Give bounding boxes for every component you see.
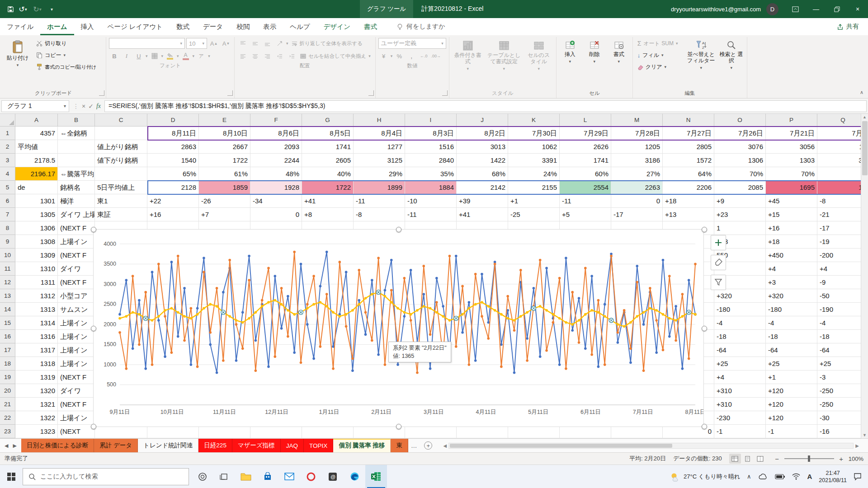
- cell-E1[interactable]: 8月10日: [199, 127, 250, 140]
- insert-function-icon[interactable]: fx: [96, 103, 101, 110]
- cell-J7[interactable]: +41: [457, 208, 508, 221]
- cell-A5[interactable]: de: [15, 181, 58, 194]
- mail-client-button[interactable]: @: [322, 465, 344, 488]
- chart-resize-handle-7[interactable]: [702, 424, 707, 429]
- cell-A6[interactable]: 1301: [15, 194, 58, 208]
- share-button[interactable]: 共有: [837, 23, 859, 31]
- format-cells-button[interactable]: 書式▾: [608, 38, 630, 66]
- cell-O23[interactable]: -1: [714, 425, 766, 438]
- cell-B22[interactable]: 上場イン: [58, 411, 95, 425]
- column-header-D[interactable]: D: [147, 114, 199, 127]
- row-number-2[interactable]: 2: [0, 140, 15, 154]
- cell-A1[interactable]: 4357: [15, 127, 58, 140]
- cell-J6[interactable]: +39: [457, 194, 508, 208]
- cell-B2[interactable]: [58, 140, 95, 154]
- cell-A22[interactable]: 1322: [15, 411, 58, 425]
- ribbon-tab-挿入[interactable]: 挿入: [74, 18, 101, 35]
- cell-B20[interactable]: ダイワ: [58, 384, 95, 398]
- fill-button[interactable]: ↓フィル▾: [636, 50, 684, 61]
- hscroll-left-icon[interactable]: ◀: [443, 443, 447, 448]
- borders-icon[interactable]: [149, 51, 160, 61]
- cell-A3[interactable]: 2178.5: [15, 154, 58, 167]
- cell-P9[interactable]: +18: [766, 235, 817, 249]
- cell-I4[interactable]: 35%: [405, 167, 457, 181]
- column-header-I[interactable]: I: [405, 114, 457, 127]
- cell-B4[interactable]: ⇔騰落平均: [58, 167, 95, 181]
- font-color-icon[interactable]: A: [180, 51, 191, 61]
- cell-J3[interactable]: 1422: [457, 154, 508, 167]
- hscroll-right-icon[interactable]: ▶: [855, 443, 859, 448]
- sheet-tab-累計 データ[interactable]: 累計 データ: [94, 439, 138, 452]
- cell-P21[interactable]: +120: [766, 398, 817, 411]
- ribbon-tab-デザイン[interactable]: デザイン: [317, 18, 357, 35]
- redo-icon[interactable]: ↻▾: [33, 2, 46, 16]
- column-header-A[interactable]: A: [15, 114, 58, 127]
- cell-P18[interactable]: +25: [766, 357, 817, 371]
- cell-A23[interactable]: 1323: [15, 425, 58, 438]
- cell-I7[interactable]: -11: [405, 208, 457, 221]
- vscroll-down-icon[interactable]: ▼: [863, 433, 867, 437]
- phonetic-guide-icon[interactable]: ア: [196, 51, 207, 61]
- file-explorer-button[interactable]: [235, 465, 257, 488]
- column-header-E[interactable]: E: [199, 114, 250, 127]
- cell-F6[interactable]: -34: [250, 194, 302, 208]
- cell-P1[interactable]: 7月21日: [766, 127, 817, 140]
- vertical-scrollbar[interactable]: ▲▼: [861, 114, 868, 438]
- row-number-21[interactable]: 21: [0, 398, 15, 411]
- cell-F1[interactable]: 8月6日: [250, 127, 302, 140]
- cell-E2[interactable]: 2667: [199, 140, 250, 154]
- chart-resize-handle-6[interactable]: [396, 424, 401, 429]
- underline-button[interactable]: U: [133, 51, 144, 61]
- cell-K6[interactable]: +1: [508, 194, 560, 208]
- taskbar-search-input[interactable]: ここに入力して検索: [23, 468, 189, 485]
- cell-A20[interactable]: 1320: [15, 384, 58, 398]
- cell-I5[interactable]: 1884: [405, 181, 457, 194]
- decrease-indent-icon[interactable]: [274, 51, 285, 61]
- format-as-table-button[interactable]: テーブルとして書式設定▾: [486, 38, 522, 73]
- cell-M5[interactable]: 2263: [611, 181, 663, 194]
- cell-M2[interactable]: 1205: [611, 140, 663, 154]
- cell-D5[interactable]: 2128: [147, 181, 199, 194]
- chart-resize-handle-0[interactable]: [91, 227, 96, 232]
- column-header-B[interactable]: B: [58, 114, 95, 127]
- insert-cells-button[interactable]: 挿入▾: [559, 38, 581, 66]
- cell-I1[interactable]: 8月3日: [405, 127, 457, 140]
- collapse-ribbon-icon[interactable]: ∧: [860, 89, 863, 95]
- cell-B5[interactable]: 銘柄名: [58, 181, 95, 194]
- chart-resize-handle-3[interactable]: [91, 326, 96, 331]
- column-header-O[interactable]: O: [714, 114, 766, 127]
- column-header-N[interactable]: N: [663, 114, 714, 127]
- cell-E7[interactable]: +7: [199, 208, 250, 221]
- sheet-tab-日別と株価による診断[interactable]: 日別と株価による診断: [21, 439, 94, 452]
- orientation-icon[interactable]: [274, 38, 285, 49]
- cell-G2[interactable]: 1741: [302, 140, 354, 154]
- cell-L6[interactable]: -11: [560, 194, 611, 208]
- cell-B17[interactable]: 上場イン: [58, 343, 95, 357]
- cell-F7[interactable]: 0: [250, 208, 302, 221]
- cell-O16[interactable]: -18: [714, 330, 766, 343]
- cell-B18[interactable]: 上場イン: [58, 357, 95, 371]
- cell-J2[interactable]: 3013: [457, 140, 508, 154]
- cell-A9[interactable]: 1308: [15, 235, 58, 249]
- cell-P23[interactable]: -1: [766, 425, 817, 438]
- cell-P22[interactable]: +120: [766, 411, 817, 425]
- delete-cells-button[interactable]: 削除▾: [584, 38, 605, 66]
- cell-B23[interactable]: (NEXT: [58, 425, 95, 438]
- cell-O4[interactable]: 70%: [714, 167, 766, 181]
- row-number-11[interactable]: 11: [0, 262, 15, 276]
- cell-O22[interactable]: -230: [714, 411, 766, 425]
- cell-L2[interactable]: 2626: [560, 140, 611, 154]
- cell-P16[interactable]: -18: [766, 330, 817, 343]
- cell-O18[interactable]: +25: [714, 357, 766, 371]
- cell-C6[interactable]: 東1: [95, 194, 147, 208]
- cell-P19[interactable]: +1: [766, 371, 817, 384]
- cell-D1[interactable]: 8月11日: [147, 127, 199, 140]
- cell-L3[interactable]: 1741: [560, 154, 611, 167]
- row-number-3[interactable]: 3: [0, 154, 15, 167]
- cell-O8[interactable]: 1: [714, 221, 766, 235]
- column-header-F[interactable]: F: [250, 114, 302, 127]
- cell-P12[interactable]: +3: [766, 276, 817, 289]
- formula-input[interactable]: =SERIES(,'個別 騰落率 推移'!$D$1:$HR$1,'個別 騰落率 …: [104, 100, 867, 112]
- cell-P10[interactable]: +450: [766, 249, 817, 262]
- cell-B19[interactable]: (NEXT F: [58, 371, 95, 384]
